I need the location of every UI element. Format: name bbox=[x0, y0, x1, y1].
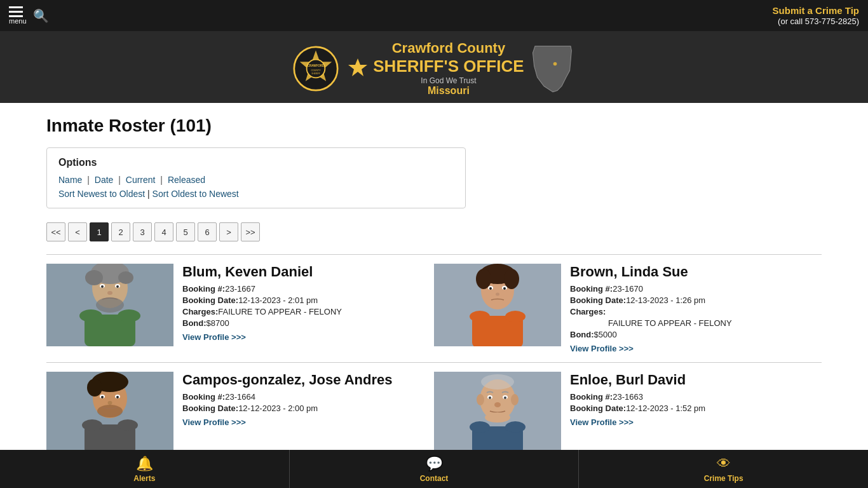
menu-label: menu bbox=[9, 17, 27, 25]
inmate-booking-num: Booking #:23-1664 bbox=[182, 392, 430, 402]
inmate-photo-enloe bbox=[434, 372, 561, 454]
options-title: Options bbox=[58, 157, 454, 168]
svg-point-20 bbox=[79, 309, 102, 322]
filter-date[interactable]: Date bbox=[95, 175, 114, 185]
svg-point-47 bbox=[118, 419, 138, 431]
svg-point-61 bbox=[505, 421, 526, 433]
page-2[interactable]: 2 bbox=[111, 222, 130, 241]
svg-point-29 bbox=[489, 287, 492, 290]
nav-crime-tips[interactable]: 👁 Crime Tips bbox=[579, 450, 868, 488]
svg-point-31 bbox=[496, 293, 499, 296]
top-header: menu 🔍 Submit a Crime Tip (or call 573-7… bbox=[0, 0, 868, 31]
main-content: Inmate Roster (101) Options Name | Date … bbox=[21, 103, 847, 488]
table-row: Blum, Keven Daniel Booking #:23-1667 Boo… bbox=[46, 254, 434, 362]
svg-point-26 bbox=[504, 269, 519, 289]
svg-point-15 bbox=[101, 285, 104, 288]
page-prev[interactable]: < bbox=[68, 222, 87, 241]
crime-tip-sub: (or call 573-775-2825) bbox=[778, 17, 859, 26]
svg-point-30 bbox=[503, 287, 506, 290]
svg-point-34 bbox=[505, 311, 526, 322]
inmate-name: Enloe, Burl David bbox=[570, 372, 818, 388]
crime-tips-icon: 👁 bbox=[717, 456, 731, 472]
svg-point-44 bbox=[97, 405, 123, 417]
view-profile-campos[interactable]: View Profile >>> bbox=[182, 417, 246, 427]
contact-label: Contact bbox=[420, 474, 449, 483]
menu-area[interactable]: menu 🔍 bbox=[9, 6, 49, 25]
office-name: SHERIFF'S OFFICE bbox=[373, 57, 524, 76]
page-4[interactable]: 4 bbox=[154, 222, 173, 241]
search-icon[interactable]: 🔍 bbox=[33, 8, 49, 24]
svg-point-12 bbox=[118, 271, 133, 284]
pagination: << < 1 2 3 4 5 6 > >> bbox=[46, 222, 822, 241]
svg-point-16 bbox=[116, 285, 119, 288]
sheriff-text-logo: Crawford County SHERIFF'S OFFICE In God … bbox=[345, 40, 524, 97]
page-last[interactable]: >> bbox=[241, 222, 260, 241]
inmate-bond: Bond:$8700 bbox=[182, 318, 430, 328]
bottom-nav: 🔔 Alerts 💬 Contact 👁 Crime Tips bbox=[0, 450, 868, 488]
inmate-grid: Blum, Keven Daniel Booking #:23-1667 Boo… bbox=[46, 254, 822, 463]
inmate-booking-date: Booking Date:12-12-2023 - 1:52 pm bbox=[570, 403, 818, 413]
sort-oldest-link[interactable]: Sort Oldest to Newest bbox=[153, 189, 239, 199]
county-name: Crawford County bbox=[373, 40, 524, 57]
sheriff-badge: CRAWFORD COUNTY SHERIFF bbox=[293, 46, 339, 92]
missouri-map-icon bbox=[531, 44, 575, 93]
svg-point-17 bbox=[107, 291, 112, 295]
svg-point-55 bbox=[489, 396, 491, 399]
svg-point-11 bbox=[85, 270, 103, 285]
table-row: Campos-gonzalez, Jose Andres Booking #:2… bbox=[46, 362, 434, 463]
svg-text:CRAWFORD: CRAWFORD bbox=[308, 64, 325, 67]
svg-point-18 bbox=[96, 297, 124, 313]
page-5[interactable]: 5 bbox=[176, 222, 195, 241]
crime-tip-link[interactable]: Submit a Crime Tip bbox=[773, 5, 859, 16]
view-profile-brown[interactable]: View Profile >>> bbox=[570, 344, 634, 353]
inmate-name: Campos-gonzalez, Jose Andres bbox=[182, 372, 430, 388]
svg-point-60 bbox=[470, 421, 490, 433]
filter-current[interactable]: Current bbox=[126, 175, 156, 185]
inmate-info-enloe: Enloe, Burl David Booking #:23-1663 Book… bbox=[570, 372, 818, 427]
svg-point-46 bbox=[82, 419, 102, 431]
view-profile-enloe[interactable]: View Profile >>> bbox=[570, 417, 634, 427]
inmate-booking-num: Booking #:23-1663 bbox=[570, 392, 818, 402]
inmate-charges: Charges:FAILURE TO APPEAR - FELONY bbox=[182, 307, 430, 316]
page-6[interactable]: 6 bbox=[198, 222, 217, 241]
inmate-info-campos: Campos-gonzalez, Jose Andres Booking #:2… bbox=[182, 372, 430, 427]
sort-newest-link[interactable]: Sort Newest to Oldest bbox=[58, 189, 145, 199]
nav-alerts[interactable]: 🔔 Alerts bbox=[0, 450, 290, 488]
svg-point-56 bbox=[504, 396, 506, 399]
inmate-booking-num: Booking #:23-1670 bbox=[570, 284, 818, 294]
nav-contact[interactable]: 💬 Contact bbox=[290, 450, 580, 488]
sort-links: Sort Newest to Oldest | Sort Oldest to N… bbox=[58, 189, 454, 199]
inmate-charges-detail: FAILURE TO APPEAR - FELONY bbox=[570, 318, 818, 328]
crime-tips-label: Crime Tips bbox=[704, 474, 743, 483]
page-1[interactable]: 1 bbox=[90, 222, 109, 241]
svg-marker-6 bbox=[348, 58, 367, 76]
alerts-icon: 🔔 bbox=[136, 456, 153, 472]
svg-point-41 bbox=[101, 396, 104, 398]
svg-point-57 bbox=[494, 402, 501, 407]
view-profile-blum[interactable]: View Profile >>> bbox=[182, 332, 246, 342]
filter-links: Name | Date | Current | Released bbox=[58, 175, 454, 185]
filter-released[interactable]: Released bbox=[168, 175, 205, 185]
svg-point-50 bbox=[481, 374, 514, 390]
sheriff-star-icon bbox=[345, 56, 370, 81]
page-3[interactable]: 3 bbox=[133, 222, 152, 241]
svg-point-42 bbox=[116, 396, 119, 398]
inmate-booking-date: Booking Date:12-13-2023 - 2:01 pm bbox=[182, 295, 430, 305]
page-title: Inmate Roster (101) bbox=[46, 116, 822, 136]
svg-point-7 bbox=[553, 62, 557, 66]
alerts-label: Alerts bbox=[133, 474, 155, 483]
inmate-name: Brown, Linda Sue bbox=[570, 264, 818, 280]
inmate-photo-campos bbox=[46, 372, 173, 454]
svg-point-21 bbox=[118, 309, 140, 322]
inmate-bond: Bond:$5000 bbox=[570, 330, 818, 339]
filter-name[interactable]: Name bbox=[58, 175, 82, 185]
svg-point-52 bbox=[511, 394, 519, 405]
page-next[interactable]: > bbox=[219, 222, 238, 241]
inmate-booking-date: Booking Date:12-12-2023 - 2:00 pm bbox=[182, 403, 430, 413]
page-first[interactable]: << bbox=[46, 222, 65, 241]
svg-point-38 bbox=[87, 379, 102, 396]
svg-text:SHERIFF: SHERIFF bbox=[312, 72, 321, 75]
hamburger-icon[interactable]: menu bbox=[9, 6, 27, 25]
state-name: Missouri bbox=[373, 85, 524, 97]
inmate-booking-num: Booking #:23-1667 bbox=[182, 284, 430, 294]
